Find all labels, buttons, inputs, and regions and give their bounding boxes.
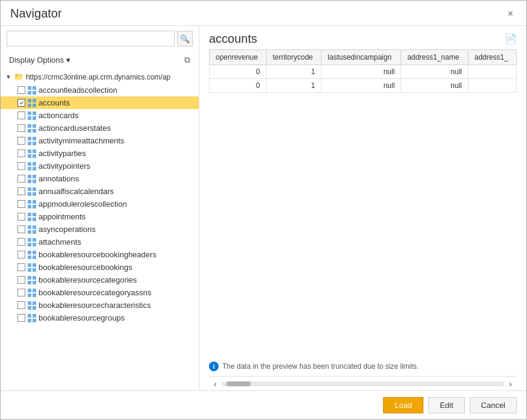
table-icon (28, 99, 36, 107)
table-icon (28, 238, 36, 246)
edit-button[interactable]: Edit (428, 397, 464, 413)
export-button[interactable]: 📄 (505, 33, 517, 45)
refresh-button[interactable]: ⧉ (182, 54, 193, 66)
tree-item-checkbox[interactable] (17, 111, 25, 119)
search-button[interactable]: 🔍 (177, 31, 193, 46)
svg-rect-34 (28, 192, 31, 196)
svg-rect-62 (28, 281, 31, 284)
tree-item-checkbox[interactable] (17, 301, 25, 309)
tree-item[interactable]: asyncoperations (1, 223, 199, 236)
table-column-header: territorycode (266, 50, 321, 65)
svg-rect-60 (28, 276, 31, 280)
info-icon: i (209, 362, 219, 371)
svg-rect-63 (33, 281, 36, 284)
table-body: 01nullnull01nullnull (210, 65, 517, 93)
folder-icon: 📁 (14, 72, 23, 81)
tree-item-checkbox[interactable] (17, 137, 25, 145)
tree-item-label: bookableresourcecategoryassns (39, 288, 151, 297)
tree-item[interactable]: annotations (1, 172, 199, 185)
tree-item[interactable]: bookableresourcecharacteristics (1, 299, 199, 312)
display-options-button[interactable]: Display Options ▾ (7, 54, 73, 66)
svg-rect-3 (33, 91, 36, 95)
scroll-left-button[interactable]: ‹ (211, 379, 219, 389)
svg-rect-30 (28, 180, 31, 183)
table-column-header: openrevenue (210, 50, 267, 65)
tree-item-checkbox[interactable] (17, 289, 25, 296)
tree-item[interactable]: activitymimeattachments (1, 134, 199, 147)
tree-item[interactable]: activityparties (1, 147, 199, 160)
svg-rect-42 (28, 218, 31, 221)
truncation-text: The data in the preview has been truncat… (222, 362, 419, 371)
tree-item-checkbox[interactable] (17, 314, 25, 322)
svg-rect-13 (33, 124, 36, 128)
tree-area[interactable]: ▼ 📁 https://crmc3online.api.crm.dynamics… (1, 70, 199, 390)
close-button[interactable]: × (504, 8, 517, 20)
svg-rect-19 (33, 142, 36, 145)
svg-rect-65 (33, 289, 36, 292)
table-icon (28, 137, 36, 145)
table-icon (28, 200, 36, 208)
svg-rect-23 (33, 154, 36, 158)
collapse-icon[interactable]: ▼ (5, 74, 11, 80)
tree-item[interactable]: actioncarduserstates (1, 122, 199, 134)
table-cell: 0 (210, 79, 267, 93)
dialog-body: 🔍 Display Options ▾ ⧉ ▼ 📁 (1, 26, 526, 390)
preview-title: accounts (209, 32, 257, 46)
tree-item[interactable]: bookableresourcegroups (1, 312, 199, 324)
svg-rect-74 (28, 319, 31, 322)
tree-item-checkbox[interactable] (17, 213, 25, 221)
tree-item[interactable]: appmodulerolescollection (1, 198, 199, 210)
tree-item[interactable]: attachments (1, 236, 199, 248)
tree-item[interactable]: accountleadscollection (1, 84, 199, 96)
horizontal-scrollbar[interactable]: ‹ › (209, 376, 517, 390)
tree-item[interactable]: annualfiscalcalendars (1, 185, 199, 198)
preview-table: openrevenueterritorycodelastusedincampai… (209, 49, 517, 93)
tree-item-checkbox[interactable] (17, 263, 25, 271)
tree-item-checkbox[interactable] (17, 99, 25, 107)
svg-rect-16 (28, 137, 31, 140)
search-icon: 🔍 (180, 34, 190, 43)
tree-item-checkbox[interactable] (17, 162, 25, 170)
tree-item[interactable]: bookableresourcecategoryassns (1, 286, 199, 299)
load-button[interactable]: Load (383, 397, 423, 413)
scroll-right-button[interactable]: › (507, 379, 514, 389)
svg-rect-40 (28, 213, 31, 216)
svg-rect-0 (28, 86, 31, 90)
table-icon (28, 187, 36, 196)
tree-item[interactable]: bookableresourcebookingheaders (1, 248, 199, 261)
svg-rect-71 (33, 306, 36, 310)
svg-rect-17 (33, 137, 36, 140)
svg-rect-41 (33, 213, 36, 216)
table-row: 01nullnull (210, 79, 517, 93)
preview-table-wrapper[interactable]: openrevenueterritorycodelastusedincampai… (199, 49, 526, 357)
tree-item[interactable]: bookableresourcebookings (1, 261, 199, 274)
table-row: 01nullnull (210, 65, 517, 79)
table-cell: null (322, 79, 401, 93)
table-icon (28, 301, 36, 310)
tree-item-checkbox[interactable] (17, 276, 25, 284)
table-cell (468, 65, 516, 79)
tree-item-checkbox[interactable] (17, 175, 25, 183)
tree-item-checkbox[interactable] (17, 149, 25, 157)
tree-item[interactable]: accounts (1, 96, 199, 109)
tree-item-checkbox[interactable] (17, 238, 25, 246)
tree-item-checkbox[interactable] (17, 251, 25, 259)
svg-rect-51 (33, 243, 36, 246)
tree-item[interactable]: appointments (1, 210, 199, 223)
tree-item-checkbox[interactable] (17, 124, 25, 132)
table-head: openrevenueterritorycodelastusedincampai… (210, 50, 517, 65)
search-input[interactable] (7, 31, 175, 46)
svg-rect-22 (28, 154, 31, 158)
tree-item-checkbox[interactable] (17, 187, 25, 195)
tree-item-checkbox[interactable] (17, 200, 25, 208)
table-icon (28, 225, 36, 234)
cancel-button[interactable]: Cancel (470, 397, 517, 413)
tree-item-checkbox[interactable] (17, 86, 25, 94)
svg-rect-29 (33, 175, 36, 178)
left-panel: 🔍 Display Options ▾ ⧉ ▼ 📁 (1, 26, 199, 390)
tree-item[interactable]: actioncards (1, 109, 199, 122)
tree-item-checkbox[interactable] (17, 225, 25, 233)
tree-item[interactable]: activitypointers (1, 160, 199, 172)
tree-item[interactable]: bookableresourcecategories (1, 274, 199, 286)
svg-rect-54 (28, 255, 31, 259)
